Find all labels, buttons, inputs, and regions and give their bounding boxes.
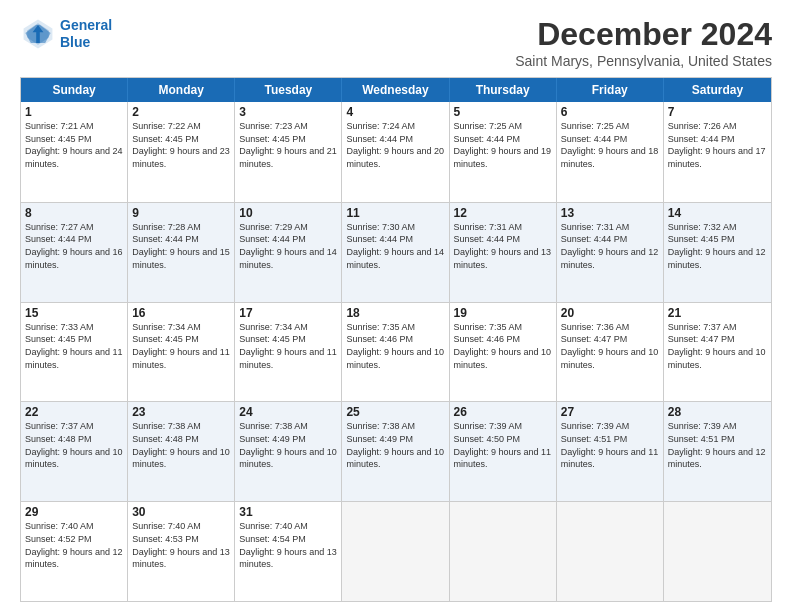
logo-text: General Blue [60, 17, 112, 51]
calendar: SundayMondayTuesdayWednesdayThursdayFrid… [20, 77, 772, 602]
day-number: 9 [132, 206, 230, 220]
day-cell-28: 28 Sunrise: 7:39 AMSunset: 4:51 PMDaylig… [664, 402, 771, 501]
day-number: 1 [25, 105, 123, 119]
cell-info: Sunrise: 7:31 AMSunset: 4:44 PMDaylight:… [454, 222, 552, 270]
day-cell-15: 15 Sunrise: 7:33 AMSunset: 4:45 PMDaylig… [21, 303, 128, 402]
day-number: 4 [346, 105, 444, 119]
header-day-monday: Monday [128, 78, 235, 102]
header-day-thursday: Thursday [450, 78, 557, 102]
cell-info: Sunrise: 7:22 AMSunset: 4:45 PMDaylight:… [132, 121, 230, 169]
day-number: 28 [668, 405, 767, 419]
day-cell-27: 27 Sunrise: 7:39 AMSunset: 4:51 PMDaylig… [557, 402, 664, 501]
day-cell-14: 14 Sunrise: 7:32 AMSunset: 4:45 PMDaylig… [664, 203, 771, 302]
day-cell-10: 10 Sunrise: 7:29 AMSunset: 4:44 PMDaylig… [235, 203, 342, 302]
cell-info: Sunrise: 7:38 AMSunset: 4:49 PMDaylight:… [346, 421, 444, 469]
week-row-1: 1 Sunrise: 7:21 AMSunset: 4:45 PMDayligh… [21, 102, 771, 202]
day-number: 19 [454, 306, 552, 320]
day-cell-17: 17 Sunrise: 7:34 AMSunset: 4:45 PMDaylig… [235, 303, 342, 402]
day-cell-31: 31 Sunrise: 7:40 AMSunset: 4:54 PMDaylig… [235, 502, 342, 601]
week-row-5: 29 Sunrise: 7:40 AMSunset: 4:52 PMDaylig… [21, 501, 771, 601]
header: General Blue December 2024 Saint Marys, … [20, 16, 772, 69]
day-number: 20 [561, 306, 659, 320]
empty-cell-4-3 [342, 502, 449, 601]
day-cell-20: 20 Sunrise: 7:36 AMSunset: 4:47 PMDaylig… [557, 303, 664, 402]
day-cell-29: 29 Sunrise: 7:40 AMSunset: 4:52 PMDaylig… [21, 502, 128, 601]
day-cell-2: 2 Sunrise: 7:22 AMSunset: 4:45 PMDayligh… [128, 102, 235, 202]
day-number: 31 [239, 505, 337, 519]
cell-info: Sunrise: 7:38 AMSunset: 4:49 PMDaylight:… [239, 421, 337, 469]
cell-info: Sunrise: 7:25 AMSunset: 4:44 PMDaylight:… [561, 121, 659, 169]
day-number: 11 [346, 206, 444, 220]
day-number: 15 [25, 306, 123, 320]
week-row-2: 8 Sunrise: 7:27 AMSunset: 4:44 PMDayligh… [21, 202, 771, 302]
title-block: December 2024 Saint Marys, Pennsylvania,… [515, 16, 772, 69]
cell-info: Sunrise: 7:23 AMSunset: 4:45 PMDaylight:… [239, 121, 337, 169]
cell-info: Sunrise: 7:40 AMSunset: 4:52 PMDaylight:… [25, 521, 123, 569]
cell-info: Sunrise: 7:29 AMSunset: 4:44 PMDaylight:… [239, 222, 337, 270]
day-number: 5 [454, 105, 552, 119]
cell-info: Sunrise: 7:39 AMSunset: 4:51 PMDaylight:… [561, 421, 659, 469]
day-cell-11: 11 Sunrise: 7:30 AMSunset: 4:44 PMDaylig… [342, 203, 449, 302]
day-number: 3 [239, 105, 337, 119]
day-cell-25: 25 Sunrise: 7:38 AMSunset: 4:49 PMDaylig… [342, 402, 449, 501]
cell-info: Sunrise: 7:26 AMSunset: 4:44 PMDaylight:… [668, 121, 766, 169]
empty-cell-4-4 [450, 502, 557, 601]
day-number: 7 [668, 105, 767, 119]
day-cell-1: 1 Sunrise: 7:21 AMSunset: 4:45 PMDayligh… [21, 102, 128, 202]
day-cell-22: 22 Sunrise: 7:37 AMSunset: 4:48 PMDaylig… [21, 402, 128, 501]
cell-info: Sunrise: 7:34 AMSunset: 4:45 PMDaylight:… [239, 322, 337, 370]
logo: General Blue [20, 16, 112, 52]
header-day-friday: Friday [557, 78, 664, 102]
day-number: 14 [668, 206, 767, 220]
cell-info: Sunrise: 7:40 AMSunset: 4:54 PMDaylight:… [239, 521, 337, 569]
cell-info: Sunrise: 7:31 AMSunset: 4:44 PMDaylight:… [561, 222, 659, 270]
day-cell-13: 13 Sunrise: 7:31 AMSunset: 4:44 PMDaylig… [557, 203, 664, 302]
day-cell-23: 23 Sunrise: 7:38 AMSunset: 4:48 PMDaylig… [128, 402, 235, 501]
day-cell-5: 5 Sunrise: 7:25 AMSunset: 4:44 PMDayligh… [450, 102, 557, 202]
day-number: 6 [561, 105, 659, 119]
cell-info: Sunrise: 7:40 AMSunset: 4:53 PMDaylight:… [132, 521, 230, 569]
cell-info: Sunrise: 7:25 AMSunset: 4:44 PMDaylight:… [454, 121, 552, 169]
calendar-header: SundayMondayTuesdayWednesdayThursdayFrid… [21, 78, 771, 102]
day-cell-18: 18 Sunrise: 7:35 AMSunset: 4:46 PMDaylig… [342, 303, 449, 402]
day-cell-24: 24 Sunrise: 7:38 AMSunset: 4:49 PMDaylig… [235, 402, 342, 501]
cell-info: Sunrise: 7:33 AMSunset: 4:45 PMDaylight:… [25, 322, 123, 370]
day-number: 27 [561, 405, 659, 419]
day-number: 24 [239, 405, 337, 419]
cell-info: Sunrise: 7:35 AMSunset: 4:46 PMDaylight:… [454, 322, 552, 370]
header-day-tuesday: Tuesday [235, 78, 342, 102]
header-day-sunday: Sunday [21, 78, 128, 102]
logo-icon [20, 16, 56, 52]
day-cell-26: 26 Sunrise: 7:39 AMSunset: 4:50 PMDaylig… [450, 402, 557, 501]
cell-info: Sunrise: 7:37 AMSunset: 4:47 PMDaylight:… [668, 322, 766, 370]
day-cell-6: 6 Sunrise: 7:25 AMSunset: 4:44 PMDayligh… [557, 102, 664, 202]
day-cell-16: 16 Sunrise: 7:34 AMSunset: 4:45 PMDaylig… [128, 303, 235, 402]
day-number: 30 [132, 505, 230, 519]
cell-info: Sunrise: 7:32 AMSunset: 4:45 PMDaylight:… [668, 222, 766, 270]
day-number: 29 [25, 505, 123, 519]
day-number: 10 [239, 206, 337, 220]
day-number: 8 [25, 206, 123, 220]
day-number: 13 [561, 206, 659, 220]
day-number: 16 [132, 306, 230, 320]
empty-cell-4-5 [557, 502, 664, 601]
day-cell-21: 21 Sunrise: 7:37 AMSunset: 4:47 PMDaylig… [664, 303, 771, 402]
cell-info: Sunrise: 7:36 AMSunset: 4:47 PMDaylight:… [561, 322, 659, 370]
cell-info: Sunrise: 7:38 AMSunset: 4:48 PMDaylight:… [132, 421, 230, 469]
logo-line2: Blue [60, 34, 90, 50]
empty-cell-4-6 [664, 502, 771, 601]
cell-info: Sunrise: 7:27 AMSunset: 4:44 PMDaylight:… [25, 222, 123, 270]
day-cell-7: 7 Sunrise: 7:26 AMSunset: 4:44 PMDayligh… [664, 102, 771, 202]
page: General Blue December 2024 Saint Marys, … [0, 0, 792, 612]
cell-info: Sunrise: 7:21 AMSunset: 4:45 PMDaylight:… [25, 121, 123, 169]
week-row-4: 22 Sunrise: 7:37 AMSunset: 4:48 PMDaylig… [21, 401, 771, 501]
header-day-saturday: Saturday [664, 78, 771, 102]
cell-info: Sunrise: 7:39 AMSunset: 4:50 PMDaylight:… [454, 421, 552, 469]
day-number: 22 [25, 405, 123, 419]
cell-info: Sunrise: 7:34 AMSunset: 4:45 PMDaylight:… [132, 322, 230, 370]
day-number: 2 [132, 105, 230, 119]
day-number: 23 [132, 405, 230, 419]
logo-line1: General [60, 17, 112, 33]
day-cell-4: 4 Sunrise: 7:24 AMSunset: 4:44 PMDayligh… [342, 102, 449, 202]
cell-info: Sunrise: 7:39 AMSunset: 4:51 PMDaylight:… [668, 421, 766, 469]
